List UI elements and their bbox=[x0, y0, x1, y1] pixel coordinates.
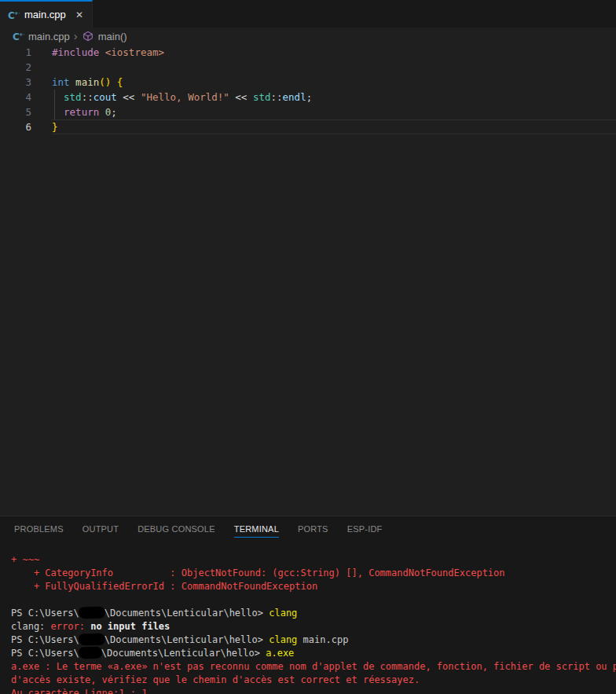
close-icon[interactable]: ✕ bbox=[73, 9, 86, 21]
code-text: return 0; bbox=[52, 105, 616, 119]
code-line-4[interactable]: 4 std::cout << "Hello, World!" << std::e… bbox=[0, 90, 616, 105]
code-line-1[interactable]: 1#include <iostream> bbox=[0, 45, 616, 60]
code-text: #include <iostream> bbox=[52, 45, 616, 60]
terminal-line: Au caractère Ligne:1 : 1 bbox=[11, 687, 616, 694]
vscode-window: C++ main.cpp ✕ C++ main.cpp › main() 1#i… bbox=[0, 0, 616, 694]
terminal-line: PS C:\Users\\Documents\Lenticular\hello>… bbox=[11, 633, 616, 647]
terminal-line: + CategoryInfo : ObjectNotFound: (gcc:St… bbox=[11, 567, 616, 580]
code-text bbox=[52, 60, 616, 75]
cpp-file-icon: C++ bbox=[7, 9, 20, 21]
code-text: int main() { bbox=[52, 75, 616, 90]
line-number[interactable]: 5 bbox=[0, 105, 31, 119]
indent-guide bbox=[54, 90, 55, 119]
breadcrumb-file[interactable]: C++ main.cpp bbox=[12, 30, 70, 42]
panel-tab-esp-idf[interactable]: ESP-IDF bbox=[347, 523, 383, 538]
code-text: std::cout << "Hello, World!" << std::end… bbox=[52, 90, 616, 105]
svg-text:++: ++ bbox=[19, 31, 24, 38]
terminal-line bbox=[11, 593, 616, 607]
code-editor[interactable]: 1#include <iostream>23int main() {4 std:… bbox=[0, 45, 616, 516]
panel-tab-terminal[interactable]: TERMINAL bbox=[234, 523, 279, 538]
panel-tab-debug-console[interactable]: DEBUG CONSOLE bbox=[138, 523, 215, 538]
code-text: } bbox=[52, 119, 616, 134]
terminal-line: a.exe : Le terme «a.exe» n'est pas recon… bbox=[11, 660, 616, 674]
chevron-right-icon: › bbox=[74, 30, 78, 42]
breadcrumb-symbol[interactable]: main() bbox=[82, 30, 127, 42]
line-number[interactable]: 1 bbox=[0, 45, 31, 60]
terminal-line: + ~~~ bbox=[11, 553, 616, 567]
method-cube-icon bbox=[82, 30, 94, 42]
line-number[interactable]: 4 bbox=[0, 90, 31, 105]
line-number[interactable]: 2 bbox=[0, 60, 31, 75]
terminal-output[interactable]: + ~~~ + CategoryInfo : ObjectNotFound: (… bbox=[0, 544, 616, 694]
tab-main-cpp[interactable]: C++ main.cpp ✕ bbox=[0, 0, 93, 28]
svg-text:++: ++ bbox=[14, 10, 20, 17]
redaction-scribble bbox=[78, 606, 105, 619]
terminal-line: + FullyQualifiedErrorId : CommandNotFoun… bbox=[11, 580, 616, 593]
terminal-line: d'accès existe, vérifiez que le chemin d… bbox=[11, 674, 616, 687]
code-line-3[interactable]: 3int main() { bbox=[0, 75, 616, 90]
redaction-scribble bbox=[78, 646, 102, 659]
panel-tab-problems[interactable]: PROBLEMS bbox=[14, 523, 64, 538]
bottom-panel: PROBLEMSOUTPUTDEBUG CONSOLETERMINALPORTS… bbox=[0, 516, 616, 694]
breadcrumb-file-label: main.cpp bbox=[28, 31, 70, 42]
editor-tab-bar: C++ main.cpp ✕ bbox=[0, 0, 616, 28]
line-number[interactable]: 3 bbox=[0, 75, 31, 90]
code-line-6[interactable]: 6} bbox=[0, 119, 616, 134]
breadcrumb: C++ main.cpp › main() bbox=[0, 28, 616, 45]
code-line-5[interactable]: 5 return 0; bbox=[0, 105, 616, 119]
terminal-line: PS C:\Users\\Documents\Lenticular\hello>… bbox=[11, 647, 616, 660]
redaction-scribble bbox=[78, 633, 105, 645]
terminal-line: PS C:\Users\\Documents\Lenticular\hello>… bbox=[11, 607, 616, 620]
panel-tab-bar: PROBLEMSOUTPUTDEBUG CONSOLETERMINALPORTS… bbox=[0, 516, 616, 544]
breadcrumb-symbol-label: main() bbox=[98, 31, 127, 42]
line-number[interactable]: 6 bbox=[0, 119, 31, 134]
panel-tab-ports[interactable]: PORTS bbox=[298, 523, 328, 538]
tab-label: main.cpp bbox=[24, 9, 73, 20]
code-line-2[interactable]: 2 bbox=[0, 60, 616, 75]
cpp-file-icon: C++ bbox=[12, 30, 24, 42]
code-lines: 1#include <iostream>23int main() {4 std:… bbox=[0, 45, 616, 134]
terminal-line: clang: error: no input files bbox=[11, 620, 616, 633]
panel-tab-output[interactable]: OUTPUT bbox=[82, 523, 119, 538]
